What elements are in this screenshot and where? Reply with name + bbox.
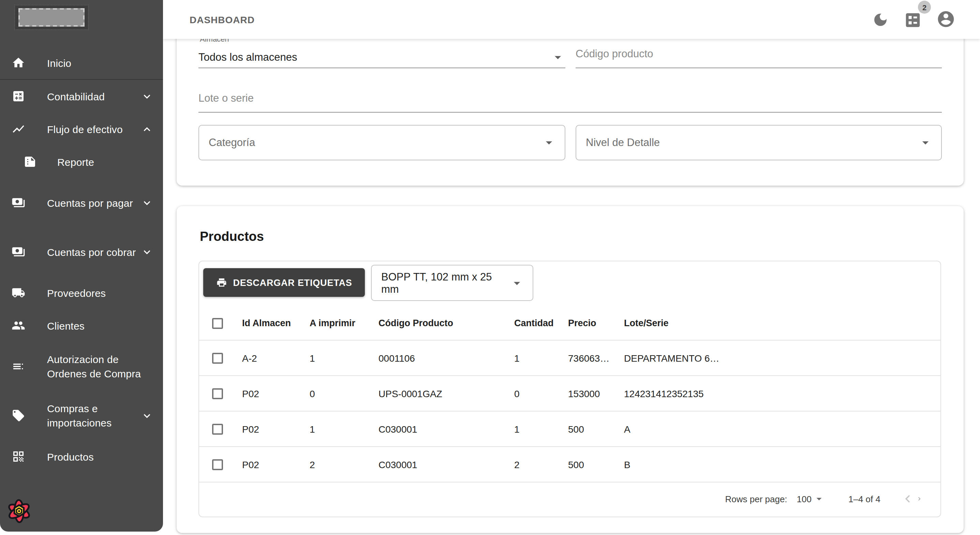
column-header[interactable]: Precio [568,307,624,340]
payments-icon [11,196,25,209]
account-circle-icon [936,10,955,29]
row-checkbox-cell [199,412,242,447]
column-header[interactable]: Cantidad [514,307,568,340]
sidebar-item-proveedores[interactable]: Proveedores [0,276,163,309]
products-table: Id Almacen A imprimir Código Producto Ca… [199,307,940,482]
cell-lote-serie[interactable]: B [624,447,940,482]
sidebar-item-contabilidad[interactable]: Contabilidad [0,80,163,113]
lote-serie-input[interactable] [199,85,942,113]
flower-logo-icon [5,497,33,525]
sidebar-item-inicio[interactable]: Inicio [0,46,163,79]
main-content: Almacen Todos los almacenes Categoría Ni… [163,39,980,535]
select-all-checkbox[interactable] [212,318,223,329]
cell-codigo-producto[interactable]: 0001106 [379,340,514,376]
cell-cantidad[interactable]: 1 [514,412,568,447]
row-checkbox[interactable] [212,353,223,363]
cell-codigo-producto[interactable]: C030001 [379,447,514,482]
sidebar-item-label: Flujo de efectivo [47,122,137,136]
cell-cantidad[interactable]: 2 [514,447,568,482]
download-labels-button[interactable]: DESCARGAR ETIQUETAS [203,268,365,297]
cell-lote-serie[interactable]: A [624,412,940,447]
cell-cantidad[interactable]: 0 [514,376,568,412]
cell-id-almacen[interactable]: P02 [242,412,310,447]
header-checkbox-cell [199,307,242,340]
cell-id-almacen[interactable]: P02 [242,447,310,482]
categoria-select[interactable]: Categoría [199,125,565,160]
cell-codigo-producto[interactable]: C030001 [379,412,514,447]
products-title: Productos [200,229,264,244]
sidebar-item-label: Cuentas por pagar [47,195,137,210]
print-queue-button[interactable] [904,11,922,29]
printer-icon [216,277,227,288]
codigo-producto-field [576,41,942,68]
calculator-icon [11,89,25,103]
cell-precio[interactable]: 153000 [568,376,624,412]
row-checkbox[interactable] [212,423,223,434]
chevron-down-icon [140,90,153,103]
cell-precio[interactable]: 736063… [568,340,624,376]
sidebar: Inicio Contabilidad Flujo de efectivo [0,0,163,532]
row-checkbox[interactable] [212,459,223,470]
truck-icon [11,286,25,300]
cell-a-imprimir[interactable]: 1 [310,412,379,447]
column-header[interactable]: Id Almacen [242,307,310,340]
topbar: DASHBOARD 2 [163,0,980,39]
sidebar-item-label: Cuentas por cobrar [47,244,137,259]
report-file-icon [23,155,37,169]
app-window: Inicio Contabilidad Flujo de efectivo [0,0,980,535]
account-menu-button[interactable] [936,10,955,29]
sidebar-item-clientes[interactable]: Clientes [0,309,163,342]
row-checkbox-cell [199,340,242,376]
row-checkbox[interactable] [212,388,223,399]
column-header[interactable]: Código Producto [379,307,514,340]
categoria-select-value: Categoría [209,136,541,149]
dropdown-arrow-icon [541,135,557,150]
pagination-range-label: 1–4 of 4 [848,494,880,504]
home-icon [11,56,25,70]
next-page-button[interactable] [916,491,932,507]
codigo-producto-input[interactable] [576,41,942,68]
list-icon [11,359,25,373]
cell-id-almacen[interactable]: P02 [242,376,310,412]
sidebar-item-flujo-de-efectivo[interactable]: Flujo de efectivo [0,113,163,145]
queue-count-badge: 2 [918,1,931,14]
cell-id-almacen[interactable]: A-2 [242,340,310,376]
cell-a-imprimir[interactable]: 2 [310,447,379,482]
sidebar-item-cuentas-por-cobrar[interactable]: Cuentas por cobrar [0,227,163,276]
column-header[interactable]: A imprimir [310,307,379,340]
label-format-select[interactable]: BOPP TT, 102 mm x 25 mm [371,265,533,301]
cell-lote-serie[interactable]: 124231412352135 [624,376,940,412]
previous-page-button[interactable] [899,491,916,507]
payments-icon [11,245,25,259]
sidebar-item-autorizacion-ordenes[interactable]: Autorizacion de Ordenes de Compra [0,342,163,391]
row-checkbox-cell [199,376,242,412]
filters-card: Almacen Todos los almacenes Categoría Ni… [177,39,964,185]
cell-cantidad[interactable]: 1 [514,340,568,376]
cell-precio[interactable]: 500 [568,412,624,447]
sidebar-item-label: Autorizacion de Ordenes de Compra [47,352,153,381]
cell-lote-serie[interactable]: DEPARTAMENTO 6… [624,340,940,376]
dropdown-arrow-icon [550,50,565,65]
sidebar-item-label: Compras e importaciones [47,401,137,430]
download-labels-label: DESCARGAR ETIQUETAS [233,277,352,287]
nivel-detalle-select[interactable]: Nivel de Detalle [576,125,942,160]
sidebar-item-cuentas-por-pagar[interactable]: Cuentas por pagar [0,178,163,227]
ballot-icon [904,11,922,29]
cell-a-imprimir[interactable]: 0 [310,376,379,412]
sidebar-item-productos[interactable]: Productos [0,440,163,473]
products-card: Productos DESCARGAR ETIQUETAS BOPP TT, 1… [177,206,964,533]
cell-codigo-producto[interactable]: UPS-0001GAZ [379,376,514,412]
sidebar-item-compras-importaciones[interactable]: Compras e importaciones [0,391,163,440]
cell-precio[interactable]: 500 [568,447,624,482]
chevron-up-icon [140,123,153,136]
almacen-select[interactable]: Todos los almacenes [199,41,565,68]
rows-per-page-select[interactable]: 100 [797,493,825,505]
column-header[interactable]: Lote/Serie [624,307,940,340]
chevron-left-icon [900,491,915,506]
sidebar-item-reporte[interactable]: Reporte [0,145,163,178]
dropdown-arrow-icon [509,275,525,291]
sidebar-item-label: Proveedores [47,286,153,300]
cell-a-imprimir[interactable]: 1 [310,340,379,376]
sidebar-item-label: Clientes [47,318,153,333]
dark-mode-toggle[interactable] [872,11,889,28]
